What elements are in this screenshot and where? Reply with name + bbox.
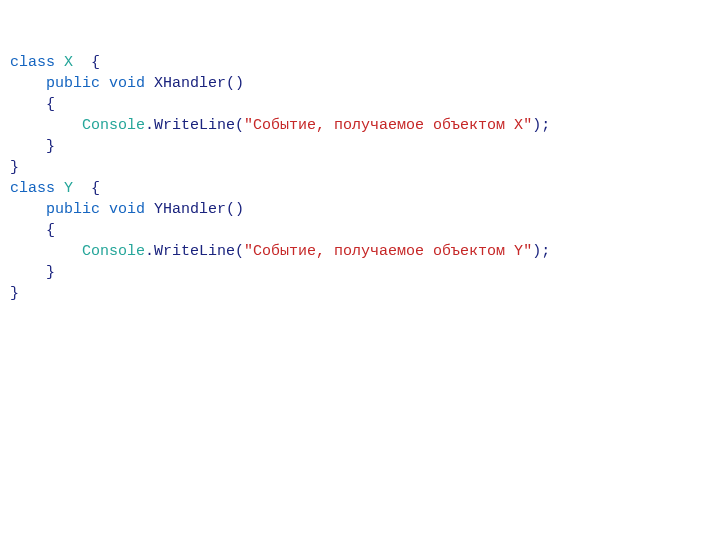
brace: } [10, 159, 19, 176]
brace: { [46, 222, 55, 239]
method-xhandler: XHandler() [154, 75, 244, 92]
brace: } [46, 138, 55, 155]
keyword-void: void [109, 201, 145, 218]
keyword-public: public [46, 201, 100, 218]
paren-semi: ); [532, 117, 550, 134]
writeline-call: .WriteLine( [145, 243, 244, 260]
class-name-y: Y [64, 180, 73, 197]
brace: { [46, 96, 55, 113]
brace: { [91, 54, 100, 71]
string-close: " [523, 243, 532, 260]
console-class: Console [82, 117, 145, 134]
brace: } [10, 285, 19, 302]
brace: } [46, 264, 55, 281]
keyword-public: public [46, 75, 100, 92]
code-block: class X { public void XHandler() { Conso… [10, 52, 710, 304]
keyword-void: void [109, 75, 145, 92]
writeline-call: .WriteLine( [145, 117, 244, 134]
string-open: " [244, 243, 253, 260]
class-name-x: X [64, 54, 73, 71]
keyword-class: class [10, 180, 55, 197]
string-close: " [523, 117, 532, 134]
string-y: Событие, получаемое объектом Y [253, 243, 523, 260]
paren-semi: ); [532, 243, 550, 260]
string-x: Событие, получаемое объектом X [253, 117, 523, 134]
string-open: " [244, 117, 253, 134]
keyword-class: class [10, 54, 55, 71]
method-yhandler: YHandler() [154, 201, 244, 218]
brace: { [91, 180, 100, 197]
console-class: Console [82, 243, 145, 260]
